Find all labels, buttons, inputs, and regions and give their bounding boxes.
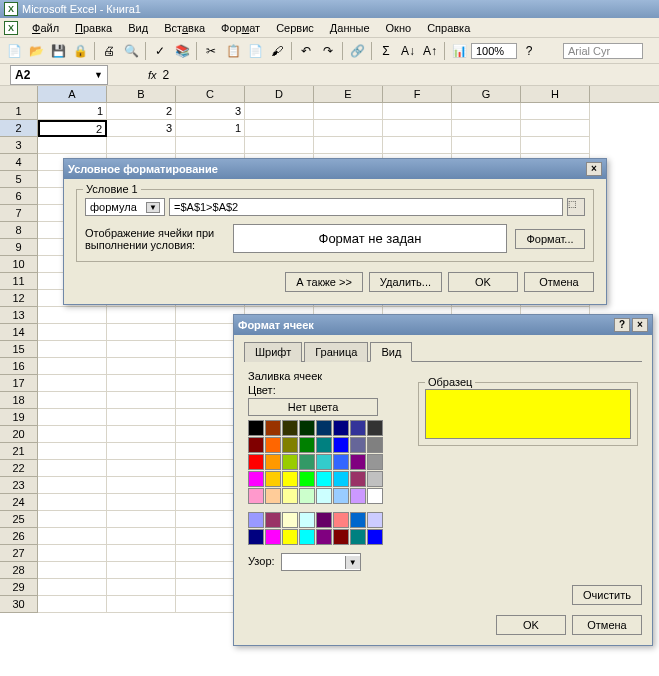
cancel-button[interactable]: Отмена <box>572 615 642 635</box>
menu-tools[interactable]: Сервис <box>268 20 322 36</box>
color-swatch[interactable] <box>265 454 281 470</box>
col-header-H[interactable]: H <box>521 86 590 102</box>
cell-A22[interactable] <box>38 460 107 477</box>
cell-A24[interactable] <box>38 494 107 511</box>
cell-C1[interactable]: 3 <box>176 103 245 120</box>
cell-B25[interactable] <box>107 511 176 528</box>
cell-D3[interactable] <box>245 137 314 154</box>
row-header-28[interactable]: 28 <box>0 562 38 579</box>
format-painter-icon[interactable]: 🖌 <box>267 41 287 61</box>
menu-edit[interactable]: Правка <box>67 20 120 36</box>
menu-window[interactable]: Окно <box>378 20 420 36</box>
cell-A23[interactable] <box>38 477 107 494</box>
cancel-button[interactable]: Отмена <box>524 272 594 292</box>
pattern-dropdown[interactable]: ▼ <box>281 553 361 571</box>
color-swatch[interactable] <box>282 488 298 504</box>
cell-A21[interactable] <box>38 443 107 460</box>
cell-B18[interactable] <box>107 392 176 409</box>
ok-button[interactable]: OK <box>496 615 566 635</box>
row-header-25[interactable]: 25 <box>0 511 38 528</box>
color-swatch[interactable] <box>333 471 349 487</box>
row-header-12[interactable]: 12 <box>0 290 38 307</box>
redo-icon[interactable]: ↷ <box>318 41 338 61</box>
cell-A20[interactable] <box>38 426 107 443</box>
cell-A14[interactable] <box>38 324 107 341</box>
fx-label[interactable]: fx <box>148 69 157 81</box>
color-swatch[interactable] <box>350 454 366 470</box>
print-icon[interactable]: 🖨 <box>99 41 119 61</box>
color-swatch[interactable] <box>316 512 332 528</box>
color-swatch[interactable] <box>282 512 298 528</box>
color-swatch[interactable] <box>316 529 332 545</box>
sort-asc-icon[interactable]: A↓ <box>398 41 418 61</box>
cell-E1[interactable] <box>314 103 383 120</box>
color-swatch[interactable] <box>248 488 264 504</box>
chart-icon[interactable]: 📊 <box>449 41 469 61</box>
row-header-15[interactable]: 15 <box>0 341 38 358</box>
cell-A26[interactable] <box>38 528 107 545</box>
color-swatch[interactable] <box>299 488 315 504</box>
cell-B17[interactable] <box>107 375 176 392</box>
col-header-C[interactable]: C <box>176 86 245 102</box>
spell-icon[interactable]: ✓ <box>150 41 170 61</box>
row-header-4[interactable]: 4 <box>0 154 38 171</box>
select-all-corner[interactable] <box>0 86 38 102</box>
cell-F3[interactable] <box>383 137 452 154</box>
menu-data[interactable]: Данные <box>322 20 378 36</box>
cell-B16[interactable] <box>107 358 176 375</box>
dropdown-icon[interactable]: ▼ <box>94 70 103 80</box>
color-swatch[interactable] <box>350 420 366 436</box>
condition-type-dropdown[interactable]: формула ▼ <box>85 198 165 216</box>
cell-B14[interactable] <box>107 324 176 341</box>
cell-G3[interactable] <box>452 137 521 154</box>
cell-B13[interactable] <box>107 307 176 324</box>
dialog-titlebar[interactable]: Формат ячеек ? × <box>234 315 652 335</box>
cell-A19[interactable] <box>38 409 107 426</box>
cell-A28[interactable] <box>38 562 107 579</box>
new-icon[interactable]: 📄 <box>4 41 24 61</box>
cell-A30[interactable] <box>38 596 107 613</box>
color-swatch[interactable] <box>265 420 281 436</box>
col-header-F[interactable]: F <box>383 86 452 102</box>
row-header-11[interactable]: 11 <box>0 273 38 290</box>
color-swatch[interactable] <box>299 437 315 453</box>
cell-F1[interactable] <box>383 103 452 120</box>
color-swatch[interactable] <box>265 471 281 487</box>
cell-B23[interactable] <box>107 477 176 494</box>
color-swatch[interactable] <box>333 454 349 470</box>
cell-G1[interactable] <box>452 103 521 120</box>
cell-B29[interactable] <box>107 579 176 596</box>
cell-A2[interactable]: 2 <box>38 120 107 137</box>
dialog-titlebar[interactable]: Условное форматирование × <box>64 159 606 179</box>
color-swatch[interactable] <box>367 529 383 545</box>
row-header-19[interactable]: 19 <box>0 409 38 426</box>
cell-D1[interactable] <box>245 103 314 120</box>
paste-icon[interactable]: 📄 <box>245 41 265 61</box>
range-picker-icon[interactable]: ⬚ <box>567 198 585 216</box>
color-swatch[interactable] <box>299 512 315 528</box>
cell-D2[interactable] <box>245 120 314 137</box>
cell-B3[interactable] <box>107 137 176 154</box>
row-header-30[interactable]: 30 <box>0 596 38 613</box>
cell-H3[interactable] <box>521 137 590 154</box>
cell-B27[interactable] <box>107 545 176 562</box>
preview-icon[interactable]: 🔍 <box>121 41 141 61</box>
color-swatch[interactable] <box>350 437 366 453</box>
row-header-16[interactable]: 16 <box>0 358 38 375</box>
color-swatch[interactable] <box>333 488 349 504</box>
tab-font[interactable]: Шрифт <box>244 342 302 362</box>
link-icon[interactable]: 🔗 <box>347 41 367 61</box>
cell-B30[interactable] <box>107 596 176 613</box>
row-header-21[interactable]: 21 <box>0 443 38 460</box>
open-icon[interactable]: 📂 <box>26 41 46 61</box>
cell-E2[interactable] <box>314 120 383 137</box>
color-swatch[interactable] <box>248 437 264 453</box>
permissions-icon[interactable]: 🔒 <box>70 41 90 61</box>
cell-A25[interactable] <box>38 511 107 528</box>
close-icon[interactable]: × <box>586 162 602 176</box>
color-swatch[interactable] <box>333 512 349 528</box>
row-header-22[interactable]: 22 <box>0 460 38 477</box>
condition-formula-input[interactable]: =$A$1>$A$2 <box>169 198 563 216</box>
color-swatch[interactable] <box>248 529 264 545</box>
cell-A17[interactable] <box>38 375 107 392</box>
